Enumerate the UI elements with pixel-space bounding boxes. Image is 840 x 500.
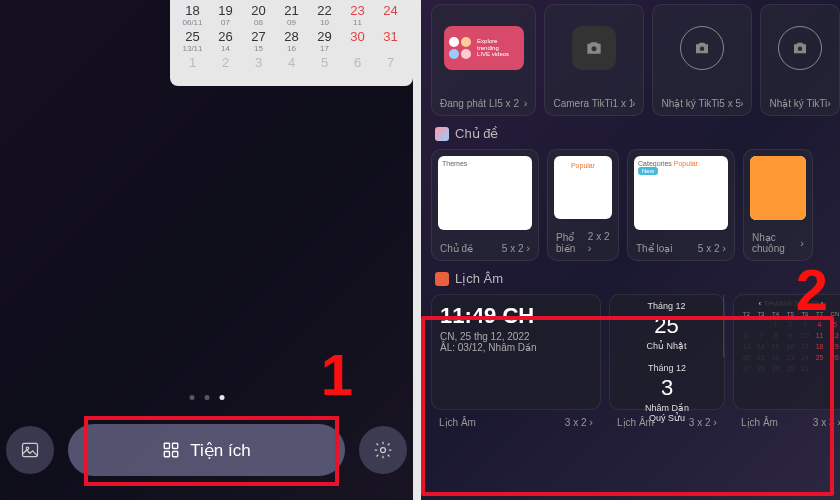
calendar-widget[interactable]: 1806/111907200821092210231124 2513/11261… — [170, 0, 413, 86]
gear-icon — [373, 440, 393, 460]
widget-card[interactable]: Nhật ký TikTi› — [760, 4, 840, 116]
widget-row-themes: ThemesChủ đề5 x 2 ›PopularPhổ biến2 x 2 … — [431, 149, 840, 261]
themes-icon — [435, 127, 449, 141]
step-number-1: 1 — [321, 341, 353, 408]
calendar-grid: 1806/111907200821092210231124 2513/11261… — [176, 2, 407, 80]
svg-point-7 — [592, 46, 597, 51]
highlight-box-2 — [421, 316, 834, 496]
widget-card[interactable]: Explore trendingLIVE videosĐang phát LI5… — [431, 4, 536, 116]
svg-point-9 — [798, 47, 803, 52]
calendar-icon — [435, 272, 449, 286]
theme-card[interactable]: Categories PopularNewThể loại5 x 2 › — [627, 149, 735, 261]
screenshot-left: 1806/111907200821092210231124 2513/11261… — [0, 0, 413, 500]
wallpaper-button[interactable] — [6, 426, 54, 474]
section-header-lich: Lịch Âm — [435, 271, 840, 286]
section-header-themes: Chủ đề — [435, 126, 840, 141]
highlight-box-1 — [84, 416, 339, 486]
theme-card[interactable]: PopularPhổ biến2 x 2 › — [547, 149, 619, 261]
widget-card[interactable]: Nhật ký TikTi5 x 5› — [652, 4, 752, 116]
step-number-2: 2 — [796, 256, 828, 323]
svg-point-6 — [381, 448, 386, 453]
picture-icon — [20, 440, 40, 460]
theme-card[interactable]: ThemesChủ đề5 x 2 › — [431, 149, 539, 261]
page-indicator — [189, 395, 224, 400]
widget-card[interactable]: Camera TikTi1 x 1› — [544, 4, 644, 116]
settings-button[interactable] — [359, 426, 407, 474]
screenshot-right: Explore trendingLIVE videosĐang phát LI5… — [421, 0, 840, 500]
svg-rect-0 — [23, 443, 38, 456]
svg-point-8 — [700, 47, 705, 52]
theme-card[interactable]: Nhạc chuông › — [743, 149, 813, 261]
widget-row-tiktok: Explore trendingLIVE videosĐang phát LI5… — [431, 4, 840, 116]
